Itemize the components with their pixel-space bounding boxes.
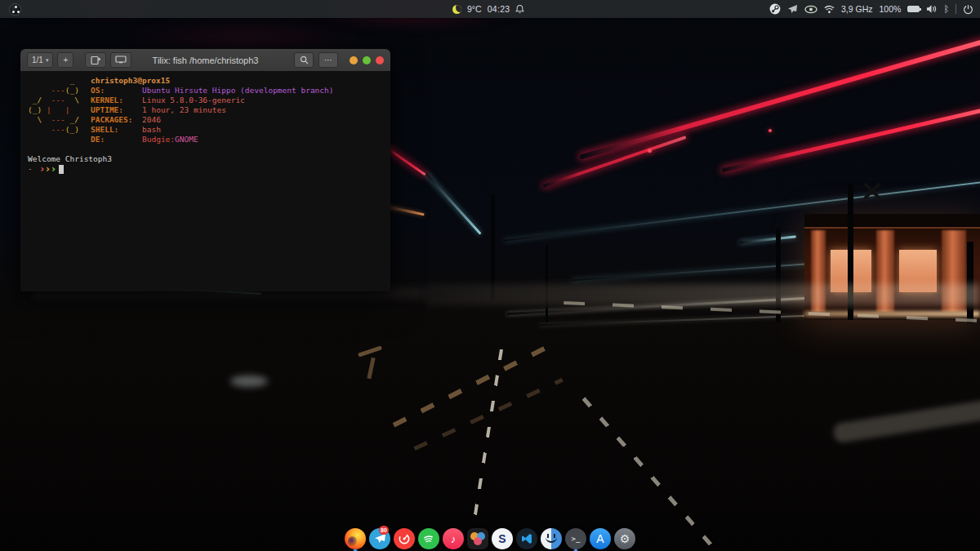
budgie-menu-icon[interactable] bbox=[9, 3, 21, 16]
panel-separator bbox=[956, 4, 956, 14]
road-marking-dashed-line bbox=[468, 349, 503, 551]
crossing-sign bbox=[863, 182, 880, 199]
dock-item-s-logo-app[interactable]: S bbox=[492, 528, 513, 549]
dock-item-vscode[interactable] bbox=[516, 528, 537, 549]
light-trail-red bbox=[722, 106, 980, 172]
dock: 80 ♪ bbox=[345, 528, 635, 549]
curb-highlight bbox=[832, 399, 980, 444]
light-dot-red bbox=[648, 149, 652, 153]
notification-badge: 80 bbox=[379, 526, 389, 535]
dock-item-spotify[interactable] bbox=[418, 528, 439, 549]
bluetooth-tray-icon[interactable]: ᛒ bbox=[943, 4, 949, 14]
search-icon bbox=[300, 56, 309, 64]
paper-plane-tray-icon[interactable] bbox=[787, 4, 798, 14]
light-trail-white bbox=[539, 313, 882, 327]
light-trail-cyan bbox=[425, 172, 481, 234]
app-store-icon: A bbox=[590, 528, 611, 549]
road-reflection bbox=[230, 375, 268, 387]
text-cursor bbox=[59, 165, 64, 174]
light-dot-red bbox=[768, 129, 772, 132]
minimize-button[interactable] bbox=[350, 56, 358, 64]
firefox-icon bbox=[345, 528, 366, 549]
road-marking-lane-dashes bbox=[564, 301, 980, 322]
maximize-button[interactable] bbox=[363, 56, 371, 64]
battery-percent[interactable]: 100% bbox=[880, 4, 902, 14]
add-terminal-right-icon bbox=[91, 56, 101, 65]
fetch-output: _ ---(_) _/ --- \(_) | | \ --- _/ ---(_)… bbox=[28, 76, 390, 144]
vscode-icon bbox=[516, 528, 537, 549]
volume-tray-icon[interactable] bbox=[926, 4, 937, 14]
weather-moon-icon bbox=[452, 5, 461, 14]
road-marking-dashed-line bbox=[582, 397, 714, 547]
dock-item-app-store[interactable]: A bbox=[590, 528, 611, 549]
finder-icon bbox=[541, 528, 562, 549]
pole-silhouette bbox=[491, 194, 495, 299]
prompt-chevrons: ››› bbox=[39, 164, 56, 175]
light-trail-cyan bbox=[739, 235, 796, 243]
add-terminal-down-icon bbox=[115, 56, 127, 64]
chevron-down-icon: ▾ bbox=[46, 57, 49, 64]
light-trail-red bbox=[385, 147, 425, 176]
dock-item-pocket-casts[interactable] bbox=[394, 528, 415, 549]
light-trail-cyan bbox=[504, 181, 980, 242]
menu-button[interactable]: ⋯ bbox=[318, 52, 338, 68]
pole-silhouette bbox=[776, 229, 781, 322]
terminal-titlebar[interactable]: 1/1 ▾ + Tilix: fish /home/christoph3 bbox=[20, 49, 390, 71]
pole-silhouette bbox=[546, 245, 548, 322]
light-trail-red bbox=[579, 38, 980, 159]
pole-silhouette bbox=[967, 242, 973, 323]
road-marking-arrow bbox=[358, 345, 382, 357]
battery-icon[interactable] bbox=[907, 6, 920, 12]
dock-item-firefox[interactable] bbox=[345, 528, 366, 549]
music-note-icon: ♪ bbox=[443, 528, 464, 549]
session-indicator-button[interactable]: 1/1 ▾ bbox=[27, 52, 53, 68]
gear-icon: ⚙ bbox=[614, 528, 635, 549]
dock-item-terminal[interactable]: >_ bbox=[565, 528, 586, 549]
building bbox=[804, 214, 980, 320]
dock-item-davinci-resolve[interactable] bbox=[467, 528, 488, 549]
desktop: 9°C 04:23 bbox=[0, 0, 980, 551]
close-button[interactable] bbox=[376, 56, 384, 64]
road-marking-arrow bbox=[367, 358, 375, 379]
cpu-frequency[interactable]: 3,9 GHz bbox=[841, 4, 873, 14]
terminal-body[interactable]: _ ---(_) _/ --- \(_) | | \ --- _/ ---(_)… bbox=[20, 71, 390, 291]
tilix-terminal-window[interactable]: 1/1 ▾ + Tilix: fish /home/christoph3 bbox=[20, 49, 390, 291]
spotify-icon bbox=[418, 528, 439, 549]
light-trail-white bbox=[506, 288, 979, 315]
s-logo-icon: S bbox=[492, 528, 513, 549]
new-session-button[interactable]: + bbox=[57, 52, 74, 68]
davinci-resolve-icon bbox=[467, 528, 488, 549]
top-panel: 9°C 04:23 bbox=[0, 0, 980, 18]
notification-bell-icon[interactable] bbox=[515, 4, 524, 14]
search-button[interactable] bbox=[294, 52, 314, 68]
terminal-icon: >_ bbox=[565, 528, 586, 549]
add-terminal-right-button[interactable] bbox=[85, 52, 106, 68]
add-terminal-down-button[interactable] bbox=[110, 52, 131, 68]
light-trail-cyan bbox=[572, 251, 980, 282]
steam-tray-icon[interactable] bbox=[769, 3, 781, 15]
dock-item-settings[interactable]: ⚙ bbox=[614, 528, 635, 549]
crossing-sign bbox=[863, 182, 880, 199]
wifi-tray-icon[interactable] bbox=[824, 5, 835, 14]
pocket-casts-icon bbox=[394, 528, 415, 549]
light-trail-red bbox=[542, 136, 686, 188]
ubuntu-ascii-logo: _ ---(_) _/ --- \(_) | | \ --- _/ ---(_) bbox=[28, 76, 91, 144]
welcome-message: Welcome Christoph3 bbox=[28, 154, 390, 164]
nvidia-eye-tray-icon[interactable] bbox=[804, 5, 817, 14]
road-marking-tan-dashes bbox=[393, 341, 555, 427]
pole-silhouette bbox=[848, 184, 853, 320]
road-glow bbox=[425, 284, 980, 305]
dock-item-finder[interactable] bbox=[541, 528, 562, 549]
dock-item-music[interactable]: ♪ bbox=[443, 528, 464, 549]
dock-item-telegram[interactable]: 80 bbox=[369, 528, 390, 549]
weather-temp: 9°C bbox=[467, 4, 482, 14]
power-tray-icon[interactable] bbox=[963, 4, 973, 15]
clock[interactable]: 04:23 bbox=[488, 4, 510, 14]
fetch-info: christoph3@prox15OS:Ubuntu Hirsute Hippo… bbox=[91, 76, 334, 144]
road-marking-tan-dashes bbox=[413, 378, 563, 451]
shell-prompt: - ››› bbox=[28, 164, 390, 174]
prompt-prefix: - bbox=[28, 164, 33, 174]
